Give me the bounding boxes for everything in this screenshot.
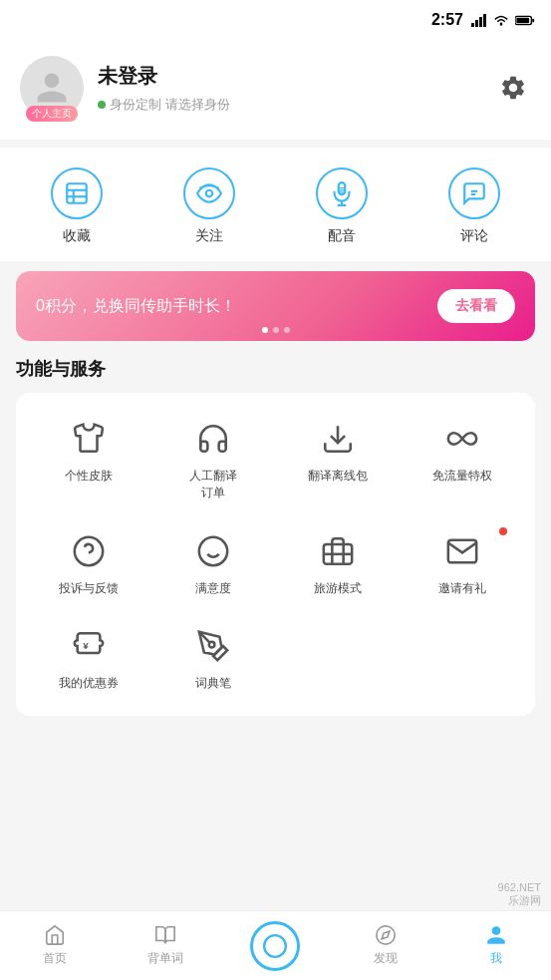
infinite-icon — [440, 417, 484, 461]
headphone-icon — [191, 417, 235, 461]
features-section: 功能与服务 个性皮肤 人工翻译 订单 — [0, 357, 551, 716]
compass-icon — [375, 924, 397, 946]
suitcase-icon — [316, 529, 360, 573]
nav-mine[interactable]: 我 — [440, 924, 551, 967]
feature-translate-label: 人工翻译 订单 — [189, 468, 237, 501]
svg-point-30 — [209, 642, 215, 648]
feature-invite-label: 邀请有礼 — [438, 580, 486, 597]
person-icon — [34, 70, 70, 106]
status-bar: 2:57 — [0, 0, 551, 40]
feature-invite[interactable]: 邀请有礼 — [401, 519, 525, 607]
svg-point-12 — [206, 190, 213, 197]
svg-point-24 — [199, 536, 227, 564]
banner-text: 0积分，兑换同传助手时长！ — [36, 296, 236, 317]
status-dot — [98, 101, 106, 109]
svg-rect-6 — [516, 17, 529, 22]
nav-mine-label: 我 — [490, 950, 502, 967]
person-nav-icon — [485, 924, 507, 946]
feature-feedback[interactable]: 投诉与反馈 — [26, 519, 150, 607]
comment-icon — [461, 180, 487, 206]
feature-offline[interactable]: 翻译离线包 — [276, 407, 401, 511]
action-dubbing[interactable]: 配音 — [276, 167, 409, 245]
feature-satisfaction-label: 满意度 — [195, 580, 231, 597]
features-grid-wrap: 个性皮肤 人工翻译 订单 — [16, 393, 535, 716]
feature-flow-label: 免流量特权 — [432, 468, 492, 485]
profile-section[interactable]: 个人主页 未登录 身份定制 请选择身份 — [20, 56, 230, 120]
coupon-icon: ¥ — [67, 624, 111, 668]
nav-center-button[interactable] — [250, 921, 300, 971]
feature-flow[interactable]: 免流量特权 — [401, 407, 525, 511]
mic-icon — [329, 180, 355, 206]
svg-rect-2 — [479, 17, 482, 27]
feature-dictpen-label: 词典笔 — [195, 675, 231, 692]
svg-rect-0 — [471, 23, 474, 27]
action-collect[interactable]: 收藏 — [10, 167, 142, 245]
feature-satisfaction[interactable]: 满意度 — [150, 519, 275, 607]
dubbing-icon-wrap — [316, 167, 368, 219]
watermark-line2: 乐游网 — [508, 893, 541, 908]
svg-point-22 — [74, 536, 102, 564]
bottom-nav: 首页 背单词 发现 我 — [0, 910, 551, 980]
feature-skin[interactable]: 个性皮肤 — [26, 407, 150, 511]
action-comment-label: 评论 — [460, 227, 488, 245]
status-time: 2:57 — [431, 11, 463, 29]
feature-coupon[interactable]: ¥ 我的优惠券 — [26, 614, 150, 702]
promo-banner[interactable]: 0积分，兑换同传助手时长！ 去看看 — [16, 271, 535, 341]
download-icon — [316, 417, 360, 461]
collect-icon-wrap — [51, 167, 103, 219]
feature-skin-label: 个性皮肤 — [65, 468, 113, 485]
svg-rect-7 — [532, 18, 534, 22]
profile-header: 个人主页 未登录 身份定制 请选择身份 — [0, 40, 551, 140]
signal-icon — [471, 14, 487, 27]
nav-vocab-label: 背单词 — [147, 950, 183, 967]
profile-name: 未登录 — [98, 63, 230, 90]
feature-travel[interactable]: 旅游模式 — [276, 519, 401, 607]
nav-discover-label: 发现 — [374, 950, 398, 967]
svg-rect-8 — [67, 183, 87, 203]
nav-vocab[interactable]: 背单词 — [111, 924, 221, 967]
avatar-tag[interactable]: 个人主页 — [26, 106, 78, 122]
feature-coupon-label: 我的优惠券 — [59, 675, 119, 692]
status-icons — [471, 14, 535, 27]
feature-translate[interactable]: 人工翻译 订单 — [150, 407, 275, 511]
envelope-icon — [440, 529, 484, 573]
nav-home-label: 首页 — [43, 950, 67, 967]
action-collect-label: 收藏 — [63, 227, 91, 245]
feature-dictpen[interactable]: 词典笔 — [150, 614, 275, 702]
section-title: 功能与服务 — [16, 357, 535, 381]
feature-feedback-label: 投诉与反馈 — [59, 580, 119, 597]
invite-badge — [499, 527, 507, 535]
action-comment[interactable]: 评论 — [409, 167, 541, 245]
question-icon — [67, 529, 111, 573]
svg-text:¥: ¥ — [83, 640, 89, 651]
watermark: 962.NET 乐游网 — [498, 881, 541, 908]
nav-discover[interactable]: 发现 — [331, 924, 441, 967]
profile-sub: 身份定制 请选择身份 — [98, 96, 230, 114]
smile-icon — [191, 529, 235, 573]
feature-offline-label: 翻译离线包 — [308, 468, 368, 485]
shirt-icon — [67, 417, 111, 461]
wifi-icon — [493, 14, 509, 27]
banner-dot-3 — [284, 327, 290, 333]
action-follow-label: 关注 — [195, 227, 223, 245]
settings-button[interactable] — [495, 70, 531, 106]
center-icon — [262, 933, 288, 959]
banner-wrap: 0积分，兑换同传助手时长！ 去看看 — [16, 271, 535, 341]
banner-dot-2 — [273, 327, 279, 333]
comment-icon-wrap — [448, 167, 500, 219]
banner-cta-button[interactable]: 去看看 — [437, 289, 515, 323]
action-dubbing-label: 配音 — [328, 227, 356, 245]
watermark-line1: 962.NET — [498, 881, 541, 893]
nav-home[interactable]: 首页 — [0, 924, 111, 967]
gear-icon — [499, 74, 527, 102]
svg-marker-33 — [382, 931, 390, 939]
avatar-wrap[interactable]: 个人主页 — [20, 56, 84, 120]
collect-icon — [64, 180, 90, 206]
eye-icon — [196, 180, 222, 206]
action-follow[interactable]: 关注 — [142, 167, 275, 245]
home-icon — [44, 924, 66, 946]
profile-info: 未登录 身份定制 请选择身份 — [98, 63, 230, 114]
quick-actions: 收藏 关注 配音 — [0, 148, 551, 261]
svg-rect-1 — [475, 20, 478, 27]
feature-travel-label: 旅游模式 — [314, 580, 362, 597]
